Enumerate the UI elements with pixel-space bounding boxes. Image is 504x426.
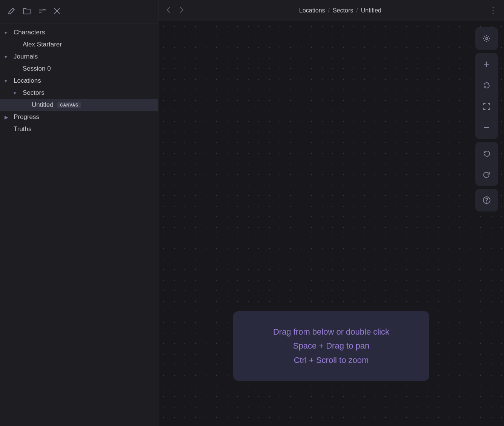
untitled-label: Untitled — [32, 101, 54, 109]
chevron-down-icon: ▾ — [14, 90, 20, 96]
hint-line-1: Drag from below or double click — [251, 325, 411, 339]
right-toolbar — [475, 27, 498, 211]
settings-button[interactable] — [477, 29, 496, 48]
locations-label: Locations — [14, 77, 41, 85]
characters-label: Characters — [14, 29, 45, 36]
chevron-down-icon: ▾ — [5, 30, 11, 36]
sectors-label: Sectors — [23, 89, 45, 97]
sidebar-item-progress[interactable]: ▶ Progress — [0, 111, 158, 123]
breadcrumb-locations[interactable]: Locations — [299, 7, 325, 14]
main-area: Locations / Sectors / Untitled ⋮ — [158, 0, 504, 426]
hint-card: Drag from below or double click Space + … — [233, 311, 429, 381]
rtool-group-settings — [475, 27, 498, 50]
sidebar-item-sectors[interactable]: ▾ Sectors — [0, 87, 158, 99]
sidebar-item-untitled-canvas[interactable]: Untitled CANVAS — [0, 99, 158, 111]
progress-label: Progress — [14, 113, 39, 121]
svg-point-10 — [487, 202, 487, 202]
session-0-label: Session 0 — [23, 65, 51, 73]
sort-icon[interactable] — [38, 7, 46, 16]
nav-arrows — [164, 6, 186, 15]
breadcrumb-sep-1: / — [328, 7, 330, 14]
app-container: ▾ Characters Alex Starfarer ▾ Journals S… — [0, 0, 504, 426]
svg-point-5 — [486, 37, 488, 40]
sidebar: ▾ Characters Alex Starfarer ▾ Journals S… — [0, 0, 158, 426]
sidebar-tree: ▾ Characters Alex Starfarer ▾ Journals S… — [0, 23, 158, 426]
topbar: Locations / Sectors / Untitled ⋮ — [158, 0, 504, 21]
folder-icon[interactable] — [23, 7, 31, 16]
hint-line-3: Ctrl + Scroll to zoom — [251, 353, 411, 367]
close-icon[interactable] — [53, 7, 61, 16]
sidebar-item-locations[interactable]: ▾ Locations — [0, 75, 158, 87]
zoom-out-button[interactable] — [477, 118, 496, 137]
rtool-group-help — [475, 189, 498, 211]
canvas-area[interactable]: Drag from below or double click Space + … — [158, 21, 504, 426]
forward-arrow[interactable] — [177, 6, 186, 15]
alex-starfarer-label: Alex Starfarer — [23, 41, 62, 48]
sidebar-item-alex-starfarer[interactable]: Alex Starfarer — [0, 39, 158, 51]
sidebar-item-characters[interactable]: ▾ Characters — [0, 26, 158, 39]
hint-line-2: Space + Drag to pan — [251, 339, 411, 353]
rtool-group-history — [475, 142, 498, 186]
chevron-down-icon: ▾ — [5, 78, 11, 84]
truths-label: Truths — [14, 125, 32, 133]
sidebar-toolbar — [0, 0, 158, 23]
breadcrumb: Locations / Sectors / Untitled — [192, 7, 489, 14]
fullscreen-button[interactable] — [477, 97, 496, 116]
topbar-menu-icon[interactable]: ⋮ — [489, 6, 498, 15]
breadcrumb-sep-2: / — [356, 7, 358, 14]
breadcrumb-untitled[interactable]: Untitled — [361, 7, 381, 14]
breadcrumb-sectors[interactable]: Sectors — [333, 7, 353, 14]
sidebar-item-truths[interactable]: Truths — [0, 123, 158, 135]
chevron-right-icon: ▶ — [5, 114, 11, 120]
canvas-badge: CANVAS — [57, 102, 81, 108]
back-arrow[interactable] — [164, 6, 173, 15]
edit-icon[interactable] — [8, 7, 16, 16]
journals-label: Journals — [14, 53, 38, 60]
undo-button[interactable] — [477, 144, 496, 163]
sidebar-item-session-0[interactable]: Session 0 — [0, 63, 158, 75]
help-button[interactable] — [477, 190, 496, 210]
chevron-down-icon: ▾ — [5, 54, 11, 60]
redo-button[interactable] — [477, 165, 496, 184]
refresh-button[interactable] — [477, 76, 496, 95]
add-button[interactable] — [477, 54, 496, 74]
rtool-group-zoom — [475, 53, 498, 139]
sidebar-item-journals[interactable]: ▾ Journals — [0, 51, 158, 63]
